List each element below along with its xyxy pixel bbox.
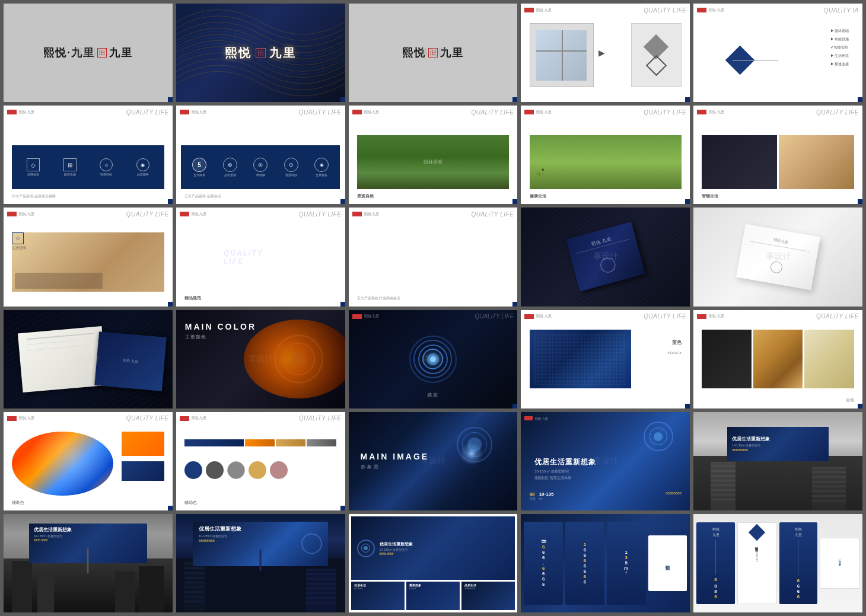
night-title: 优居生活重新想象 xyxy=(199,525,322,533)
vertical-banners-bg: 8 6 6 6 . 6 6 6 6 1 6 6 6 6 6 6 6 1 xyxy=(521,514,690,612)
icon-circle: ⊕ xyxy=(223,158,237,172)
orange-swatch xyxy=(122,432,164,457)
card-r2c4: 熙悦·九里 QUALiTY LIFE 健康生活 xyxy=(521,106,690,204)
card-r6c4: 8 6 6 6 . 6 6 6 6 1 6 6 6 6 6 6 6 1 xyxy=(521,514,690,612)
phone-number: 88888888 xyxy=(666,491,682,500)
billboard-pole xyxy=(87,548,89,573)
small-logo: 熙悦·九里 xyxy=(180,416,207,421)
main-image-text: MAIN IMAGE 形象图 xyxy=(361,452,429,470)
small-logo: 熙悦·九里 xyxy=(352,110,380,115)
quality-label: QUALiTY LIFE xyxy=(475,313,514,320)
corner-accent xyxy=(168,199,173,204)
circle-pink xyxy=(270,461,288,479)
logo-rect xyxy=(180,416,189,421)
quality-life-label: QUALiTY LIFE xyxy=(471,109,514,116)
card-r2c3: 熙悦·九里 QUALiTY LIFE 园林景观 景观自然 xyxy=(349,106,518,204)
buildings xyxy=(693,456,862,510)
corner-accent xyxy=(340,506,345,510)
card-subtitle: 健康生活 xyxy=(530,193,546,199)
corner-accent xyxy=(685,199,690,204)
color-billboard-bg: 优居生活重新想象 10-135m² 改善型住宅 88888888 xyxy=(176,514,345,612)
card-r4c5: 熙悦·九里 QUALiTY LIFE 金色 xyxy=(693,310,862,408)
card-r4c2: MAIN COLOR 主要颜色 享设计 xyxy=(176,310,345,408)
corner-accent xyxy=(685,97,690,102)
ad-text: 优居生活重新想象 10-135m² 改善型住宅 花园社区 智慧生活体系 xyxy=(534,457,596,481)
card-header: 熙悦·九里 QUALiTY LIFE xyxy=(521,310,690,323)
quality-life-label: QUALiTY LIFE xyxy=(644,313,686,320)
corner-accent xyxy=(340,97,345,102)
banner-item: ◉ 品质服务 xyxy=(136,158,149,176)
card-r1c3: 熙悦 旧 九里 享设计 xyxy=(349,4,518,102)
banner-item: ⊞ 配套设施 xyxy=(63,158,77,176)
photo-left xyxy=(702,135,777,189)
sub-label: 五大产品基准 品质生活 xyxy=(184,194,221,199)
main-image-bg: MAIN IMAGE 形象图 享设计 xyxy=(349,412,518,510)
dark-swatch xyxy=(702,330,751,389)
icon-square: ⊞ xyxy=(63,158,77,171)
small-logo: 熙悦·九里 xyxy=(352,314,380,319)
icon-circle: ⊙ xyxy=(284,158,298,172)
main-color-text: MAIN COLOR 主要颜色 xyxy=(185,322,256,340)
feature-list: ▶ 园林基础 ▶ 功能设施 ✔ 智能安防 ▶ 生活环境 ▶ 极速连接 xyxy=(830,28,849,67)
logo-rect xyxy=(697,8,706,12)
logo-rect xyxy=(524,416,533,420)
swirl-shine xyxy=(12,432,113,496)
logo-rect xyxy=(524,8,534,12)
main-color-title: MAIN COLOR xyxy=(185,322,256,331)
card-r1c1: 熙悦·九里 旧 九里 享设计 xyxy=(4,4,173,102)
card-r1c4: 熙悦·九里 QUALiTY LIFE ▶ xyxy=(521,4,690,102)
sub-label: 六大产品基准 品质生活保障 xyxy=(12,194,56,199)
small-logo: 熙悦·九里 xyxy=(7,110,34,115)
ad-text-large: 优居生活重新想象 10-135m² 改善型住宅 8888.8888 xyxy=(380,541,510,556)
corner-accent xyxy=(340,302,345,307)
circle-swatches xyxy=(184,456,336,484)
card-header: 熙悦·九里 QUALiTY LIFE xyxy=(693,310,862,323)
arrow-icon: ▶ xyxy=(598,48,605,58)
card-r1c2: 熙悦 旧 九里 xyxy=(176,4,345,102)
gear-image xyxy=(244,320,345,398)
spiral-element xyxy=(409,336,457,383)
main-color-sub: 主要颜色 xyxy=(185,334,256,340)
small-ad-1: 优居生活 10-95m² xyxy=(351,582,405,610)
quality-life-label: QUALiTY LIFE xyxy=(816,109,859,116)
card-header: 熙悦·九里 QUALiTY LIFE xyxy=(521,106,690,119)
card-r3c4: 熙悦·九里 享设计 xyxy=(521,208,690,306)
ad-desc2: 花园社区 智慧生活体系 xyxy=(534,475,596,481)
ad-desc: 10-135m² 改善型住宅 xyxy=(534,469,596,474)
small-logo: 熙悦·九里 xyxy=(697,110,724,115)
svg-point-0 xyxy=(542,169,544,171)
logo-rect xyxy=(352,314,362,319)
card-header: 熙悦·九里 QUALiTY LIFE xyxy=(4,106,173,119)
color-strips xyxy=(184,439,336,446)
card-r5c1: 熙悦·九里 QUALiTY LIFE 辅助色 xyxy=(4,412,173,510)
corner-accent xyxy=(340,199,345,204)
small-ads-row: 优居生活 10-95m² 重新想象 135m² 品质生活 88888888 xyxy=(351,582,515,610)
swatch-label-2: 金色 xyxy=(846,397,854,403)
quality-life-label: QUALiTY LIFE xyxy=(126,415,169,422)
small-logo: 熙悦·九里 xyxy=(352,212,380,217)
fabric-texture xyxy=(534,333,626,386)
logo-rect xyxy=(697,110,706,114)
main-image-title: MAIN IMAGE xyxy=(361,452,429,461)
ad-big-sub: 10-135m² 改善型住宅 xyxy=(380,548,510,551)
small-logo: 熙悦·九里 xyxy=(697,314,724,319)
logo-rect xyxy=(180,212,189,216)
small-logo: 熙悦·九里 xyxy=(7,416,34,421)
banner-item: ◈ 全景服务 xyxy=(314,158,329,177)
list-item: ▶ 生活环境 xyxy=(830,53,849,59)
logo-rect xyxy=(7,110,17,114)
card-r4c4: 熙悦·九里 QUALiTY LIFE 蓝色 #1a3a7a xyxy=(521,310,690,408)
white-paper xyxy=(18,326,107,392)
v-banner-1: 8 6 6 6 . 6 6 6 6 xyxy=(524,522,563,605)
quality-life-label: QUALiTY LIFE xyxy=(299,211,342,218)
banner-item: ⊕ 品水景观 xyxy=(223,158,237,177)
card-r4c1: 熙悦·九里 享设计 xyxy=(4,310,173,408)
vb2-item-white: 熙悦九里 QUALITY xyxy=(737,522,777,604)
bldg-d2 xyxy=(306,569,336,612)
corner-accent xyxy=(858,97,862,102)
quality-life-label: QUALiTY LIFE xyxy=(644,109,686,116)
building-2 xyxy=(812,467,846,510)
map-image xyxy=(530,23,594,87)
bw-billboard-content: 优居生活重新想象 10-135m² 改善型住宅 8888.8888 xyxy=(29,524,147,545)
color-code: #1a3a7a xyxy=(668,351,682,355)
